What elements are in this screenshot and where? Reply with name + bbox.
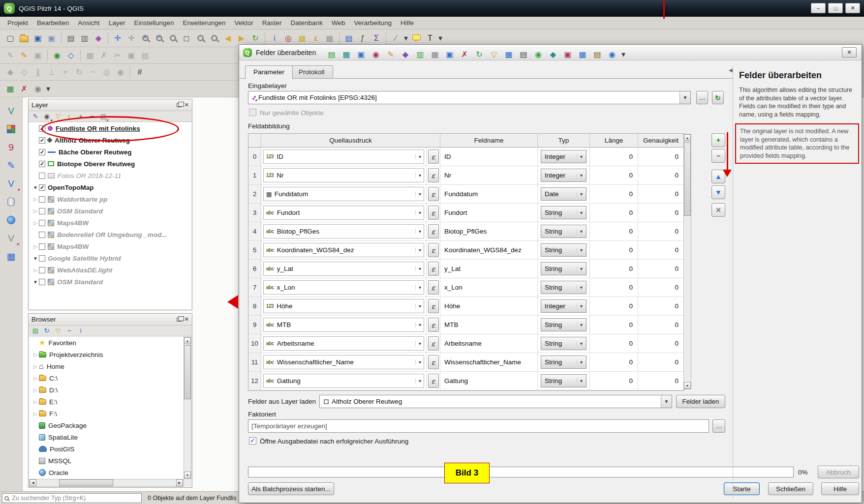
field-precision-cell[interactable]: 0 [638, 241, 684, 260]
locator-searchbox[interactable] [2, 493, 142, 503]
menu-item-ansicht[interactable]: Ansicht [73, 17, 104, 29]
field-precision-cell[interactable]: 0 [638, 148, 684, 166]
layer-tree-item[interactable]: ▾Google Satellite Hybrid [29, 252, 191, 264]
field-precision-cell[interactable]: 0 [638, 372, 684, 390]
field-name-cell[interactable]: ID [440, 148, 538, 166]
add-spatialite-layer-icon[interactable]: 9 [3, 140, 19, 154]
cut-features-icon[interactable]: ✂ [111, 49, 124, 62]
expression-builder-button[interactable]: ε [428, 187, 439, 201]
layout-manager-icon[interactable]: ▥ [78, 32, 91, 45]
expand-arrow-icon[interactable]: ▷ [32, 364, 39, 369]
expand-arrow-icon[interactable]: ▷ [32, 244, 39, 249]
layer-tree-item[interactable]: ▷Waldortkarte pp [29, 193, 191, 205]
open-project-icon[interactable] [18, 32, 31, 45]
field-type-select[interactable]: String▾ [541, 206, 586, 219]
browser-item[interactable]: MSSQL [29, 455, 184, 467]
field-name-cell[interactable]: Gattung [440, 372, 538, 390]
expand-arrow-icon[interactable]: ▷ [32, 352, 39, 357]
expand-all-icon[interactable]: + [76, 112, 86, 121]
source-expression-select[interactable]: abcMTB▾ [263, 318, 424, 332]
run-feature-action-icon[interactable]: ◎ [282, 32, 295, 45]
layer-tree-item[interactable]: ▷WebAtlasDE.light [29, 264, 191, 276]
browser-item[interactable]: ★Favoriten [29, 337, 184, 349]
field-name-cell[interactable]: Koordinaten_WGS84_dez [440, 241, 538, 260]
field-length-cell[interactable]: 0 [590, 353, 638, 372]
vertex-tool-icon[interactable]: ◇ [64, 49, 77, 62]
field-name-cell[interactable]: Arbeitsname [440, 334, 538, 353]
expression-builder-button[interactable]: ε [428, 168, 439, 182]
browser-horizontal-scrollbar[interactable]: ◀ ▶ [29, 479, 184, 487]
deselect-features-icon[interactable]: ▦ [323, 32, 336, 45]
source-expression-select[interactable]: 123ID▾ [263, 149, 424, 164]
browser-item[interactable]: ▷C:\ [29, 372, 184, 384]
field-length-cell[interactable]: 0 [590, 316, 638, 334]
expression-builder-button[interactable]: ε [428, 206, 439, 220]
source-expression-select[interactable]: 123Nr▾ [263, 168, 424, 182]
layer-tree-item[interactable]: Bodenrelief OR Umgebung _mod... [29, 229, 191, 240]
field-name-cell[interactable]: y_Lat [440, 260, 538, 278]
background-toolbar-icon[interactable]: ▾ [620, 48, 626, 61]
expression-builder-button[interactable]: ε [428, 280, 439, 295]
snap-grid-icon[interactable]: # [133, 66, 146, 79]
data-source-manager-icon[interactable]: V [3, 103, 19, 118]
field-precision-cell[interactable]: 0 [638, 297, 684, 316]
field-type-select[interactable]: Integer▾ [541, 299, 586, 313]
close-panel-icon[interactable]: ✕ [185, 102, 189, 108]
field-type-select[interactable]: String▾ [541, 225, 586, 238]
source-expression-select[interactable]: abcy_Lat▾ [263, 262, 424, 276]
background-toolbar-icon[interactable]: ▦ [576, 48, 589, 61]
open-attribute-table-icon[interactable]: ▤ [342, 32, 355, 45]
expression-builder-button[interactable]: ε [428, 149, 439, 164]
field-type-select[interactable]: String▾ [541, 356, 586, 369]
expression-builder-button[interactable]: ε [428, 262, 439, 276]
browser-item[interactable]: SpatiaLite [29, 431, 184, 443]
field-name-cell[interactable]: Biotop_PflGes [440, 222, 538, 241]
layer-visibility-checkbox[interactable] [39, 220, 45, 226]
iterate-layer-button[interactable]: ↻ [712, 91, 724, 104]
add-postgis-layer-icon[interactable]: ✎ [3, 158, 19, 173]
layer-visibility-checkbox[interactable] [39, 279, 45, 285]
field-type-select[interactable]: String▾ [541, 262, 586, 275]
background-toolbar-icon[interactable]: ▽ [488, 48, 500, 61]
expression-builder-button[interactable]: ε [428, 224, 439, 238]
filter-by-expression-icon[interactable]: ε [64, 112, 74, 121]
expand-arrow-icon[interactable]: ▷ [32, 399, 39, 405]
layer-tree-item[interactable]: Fotos OR 2018-12-11 [29, 170, 191, 181]
zoom-next-icon[interactable]: ▶ [235, 32, 248, 45]
field-length-cell[interactable]: 0 [590, 166, 638, 185]
filter-browser-icon[interactable]: ▽ [53, 326, 63, 336]
menu-item-verarbeitung[interactable]: Verarbeitung [349, 17, 396, 29]
new-project-icon[interactable]: ▢ [4, 32, 17, 45]
save-project-icon[interactable]: ▣ [31, 32, 44, 45]
scroll-right-icon[interactable]: ▶ [176, 479, 183, 486]
expand-arrow-icon[interactable]: ▷ [32, 387, 39, 393]
field-length-cell[interactable]: 0 [590, 241, 638, 260]
add-wfs-layer-icon[interactable]: V✕ [3, 231, 19, 245]
layer-visibility-checkbox[interactable] [39, 173, 45, 179]
open-output-checkbox[interactable]: ✓ [249, 437, 256, 445]
scroll-up-icon[interactable]: ▲ [684, 134, 691, 141]
layer-visibility-checkbox[interactable]: ✓ [39, 161, 45, 167]
browse-output-button[interactable]: … [712, 419, 725, 433]
browser-item[interactable]: ▷F:\ [29, 408, 184, 419]
background-toolbar-icon[interactable]: ▤ [517, 48, 530, 61]
paste-features-icon[interactable]: ▤ [139, 49, 152, 62]
tracing-icon[interactable]: ◉ [31, 83, 44, 95]
background-toolbar-icon[interactable]: ▣ [443, 48, 456, 61]
field-precision-cell[interactable]: 0 [638, 334, 684, 353]
background-toolbar-icon[interactable]: ▥ [414, 48, 427, 61]
field-length-cell[interactable]: 0 [590, 334, 638, 353]
zoom-native-icon[interactable]: ◻ [180, 32, 193, 45]
move-field-down-button[interactable]: ▼ [711, 185, 725, 199]
manage-map-themes-icon[interactable]: ◉▾ [42, 112, 52, 121]
expression-builder-button[interactable]: ε [428, 374, 439, 388]
browser-item[interactable]: ▷D:\ [29, 384, 184, 396]
menu-item-hilfe[interactable]: Hilfe [396, 17, 418, 29]
expand-arrow-icon[interactable]: ▷ [32, 220, 39, 226]
layer-panel-header[interactable]: Layer ✕ [29, 99, 192, 111]
field-name-cell[interactable]: MTB [440, 316, 538, 334]
browser-item[interactable]: ▷E:\ [29, 396, 184, 408]
measure-dropdown-icon[interactable]: ▾ [403, 32, 409, 45]
field-precision-cell[interactable]: 0 [638, 204, 684, 222]
background-toolbar-icon[interactable]: ▣ [561, 48, 574, 61]
